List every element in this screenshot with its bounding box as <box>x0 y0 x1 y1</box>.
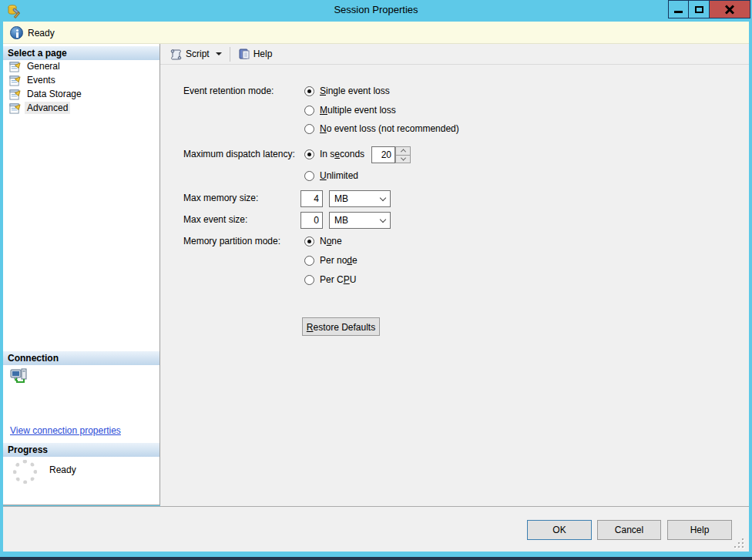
window-controls <box>668 0 750 18</box>
chevron-down-icon <box>380 216 386 222</box>
radio-icon <box>304 106 314 116</box>
max-event-size-label: Max event size: <box>183 214 247 225</box>
close-button[interactable] <box>710 0 750 18</box>
dispatch-latency-label: Maximum dispatch latency: <box>183 149 295 159</box>
window-bottom-edge <box>0 557 752 560</box>
minimize-button[interactable] <box>668 0 689 18</box>
selected-unit: MB <box>334 215 381 226</box>
page-icon <box>9 61 21 72</box>
help-label-toolbar: Help <box>253 49 273 59</box>
radio-partition-none[interactable]: None <box>304 234 342 248</box>
connection-header: Connection <box>3 351 159 365</box>
radio-icon <box>304 256 314 266</box>
radio-per-node[interactable]: Per node <box>304 253 358 267</box>
radio-multiple-event-loss[interactable]: Multiple event loss <box>304 103 396 117</box>
script-button[interactable]: Script <box>166 46 226 62</box>
max-memory-unit-select[interactable]: MB <box>329 190 391 207</box>
script-label: Script <box>186 49 210 59</box>
maximize-icon <box>695 6 703 13</box>
max-event-value-input[interactable] <box>300 212 323 229</box>
sidebar-item-label: General <box>25 60 62 72</box>
max-memory-size-label: Max memory size: <box>183 193 258 203</box>
script-icon <box>170 48 183 60</box>
event-retention-label: Event retention mode: <box>183 86 274 96</box>
select-a-page-header: Select a page <box>3 46 159 60</box>
selected-unit: MB <box>334 193 381 204</box>
radio-no-event-loss[interactable]: No event loss (not recommended) <box>304 122 459 136</box>
radio-unlimited[interactable]: Unlimited <box>304 169 358 183</box>
progress-header: Progress <box>3 443 159 457</box>
memory-partition-label: Memory partition mode: <box>183 236 280 246</box>
page-icon <box>9 89 21 100</box>
page-icon <box>9 102 21 114</box>
progress-spinner-icon <box>13 460 37 484</box>
script-dropdown-arrow-icon <box>216 52 222 55</box>
sidebar-item-advanced[interactable]: Advanced <box>9 101 70 115</box>
sidebar-item-label: Advanced <box>25 102 70 114</box>
radio-icon <box>304 236 314 246</box>
maximize-button[interactable] <box>689 0 710 18</box>
radio-icon <box>304 86 314 96</box>
radio-icon <box>304 124 314 134</box>
sidebar-item-general[interactable]: General <box>9 59 62 73</box>
sidebar-item-label: Events <box>25 74 58 86</box>
view-connection-properties-link[interactable]: View connection properties <box>10 425 121 436</box>
cancel-button[interactable]: Cancel <box>597 520 661 540</box>
radio-in-seconds[interactable]: In seconds <box>304 147 364 161</box>
sidebar: Select a page General Events Data Storag… <box>3 44 160 505</box>
max-event-unit-select[interactable]: MB <box>329 212 391 229</box>
chevron-up-icon <box>400 149 405 155</box>
seconds-spinner <box>371 146 411 163</box>
radio-single-event-loss[interactable]: Single event loss <box>304 84 390 98</box>
status-text: Ready <box>28 28 55 39</box>
toolbar-separator <box>230 47 230 62</box>
help-button[interactable]: Help <box>667 520 732 540</box>
title-bar[interactable]: Session Properties <box>0 0 752 22</box>
seconds-value-input[interactable] <box>371 146 395 163</box>
restore-defaults-button[interactable]: Restore Defaults <box>302 317 380 336</box>
radio-per-cpu[interactable]: Per CPU <box>304 273 356 287</box>
sidebar-item-label: Data Storage <box>25 88 84 100</box>
chevron-down-icon <box>400 155 405 160</box>
page-icon <box>9 75 21 86</box>
session-properties-window: Session Properties Ready Select a page G… <box>0 0 752 560</box>
sidebar-item-events[interactable]: Events <box>9 73 58 87</box>
spin-down-button[interactable] <box>395 156 411 164</box>
footer: OK Cancel Help <box>3 506 749 552</box>
radio-icon <box>304 149 314 159</box>
max-memory-value-input[interactable] <box>300 190 323 207</box>
chevron-down-icon <box>380 194 386 200</box>
window-title: Session Properties <box>0 0 752 22</box>
radio-icon <box>304 171 314 181</box>
server-connection-icon <box>10 368 29 387</box>
spin-up-button[interactable] <box>395 146 411 156</box>
status-bar: Ready <box>3 22 749 44</box>
main-panel: Script Help Event retention mode: Single… <box>160 44 749 506</box>
radio-icon <box>304 275 314 285</box>
info-icon <box>10 26 23 39</box>
help-button-toolbar[interactable]: Help <box>234 46 277 62</box>
sidebar-item-data-storage[interactable]: Data Storage <box>9 87 84 101</box>
ok-button[interactable]: OK <box>527 520 592 540</box>
minimize-icon <box>674 11 683 13</box>
toolbar: Script Help <box>160 44 749 65</box>
resize-grip[interactable] <box>734 538 744 548</box>
progress-status: Ready <box>49 464 76 475</box>
close-icon <box>725 5 734 14</box>
spinner-buttons <box>395 146 411 163</box>
help-icon <box>238 48 250 60</box>
